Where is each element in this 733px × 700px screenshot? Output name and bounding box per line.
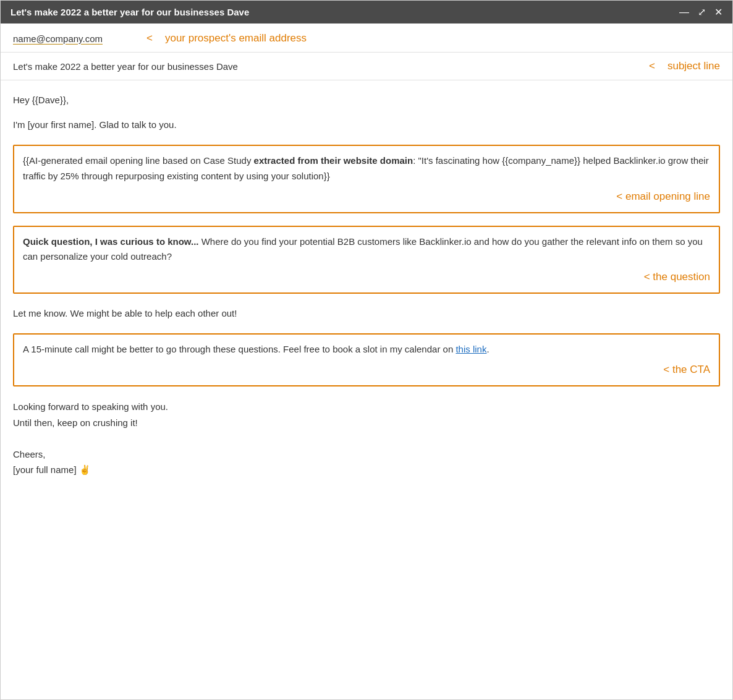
question-box: Quick question, I was curious to know...… bbox=[13, 226, 720, 294]
question-bold: Quick question, I was curious to know... bbox=[23, 236, 199, 247]
opening-line-label-text: email opening line bbox=[625, 190, 710, 202]
question-content: Quick question, I was curious to know...… bbox=[23, 234, 710, 265]
window-title: Let's make 2022 a better year for our bu… bbox=[11, 7, 249, 17]
closing-block: Looking forward to speaking with you. Un… bbox=[13, 399, 720, 478]
cta-text-after: . bbox=[486, 344, 489, 354]
email-body: Hey {{Dave}}, I'm [your first name]. Gla… bbox=[1, 80, 732, 490]
subject-label: subject line bbox=[667, 60, 720, 72]
greeting: Hey {{Dave}}, bbox=[13, 93, 720, 108]
title-bar: Let's make 2022 a better year for our bu… bbox=[1, 1, 732, 23]
question-label-text: the question bbox=[653, 271, 710, 283]
question-label: < the question bbox=[23, 268, 710, 285]
maximize-button[interactable]: ⤢ bbox=[698, 7, 706, 17]
cta-label-text: the CTA bbox=[672, 364, 710, 375]
opening-line-label: < email opening line bbox=[23, 188, 710, 205]
to-row: name@company.com < your prospect's email… bbox=[1, 23, 732, 53]
email-window: Let's make 2022 a better year for our bu… bbox=[0, 0, 733, 700]
to-label: your prospect's emaill address bbox=[165, 32, 307, 45]
cta-link[interactable]: this link bbox=[455, 344, 486, 354]
signature: [your full name] ✌️ bbox=[13, 462, 720, 478]
subject-chevron: < bbox=[649, 60, 655, 72]
transition-text: Let me know. We might be able to help ea… bbox=[13, 306, 720, 321]
to-chevron: < bbox=[146, 32, 153, 45]
email-content: name@company.com < your prospect's email… bbox=[1, 23, 732, 699]
sign-off: Cheers, bbox=[13, 446, 720, 463]
intro: I'm [your first name]. Glad to talk to y… bbox=[13, 117, 720, 132]
to-address[interactable]: name@company.com bbox=[13, 33, 137, 44]
window-controls: — ⤢ ✕ bbox=[679, 7, 722, 17]
closing-line2: Until then, keep on crushing it! bbox=[13, 415, 720, 431]
close-button[interactable]: ✕ bbox=[714, 7, 722, 17]
subject-row: Let's make 2022 a better year for our bu… bbox=[1, 53, 732, 80]
cta-label-chevron: < bbox=[663, 364, 669, 375]
question-label-chevron: < bbox=[644, 271, 650, 283]
subject-text[interactable]: Let's make 2022 a better year for our bu… bbox=[13, 61, 639, 72]
cta-box: A 15-minute call might be better to go t… bbox=[13, 333, 720, 386]
cta-text-before: A 15-minute call might be better to go t… bbox=[23, 344, 455, 354]
cta-content: A 15-minute call might be better to go t… bbox=[23, 342, 710, 357]
closing-line1: Looking forward to speaking with you. bbox=[13, 399, 720, 415]
opening-line-bold: extracted from their website domain bbox=[254, 155, 413, 166]
minimize-button[interactable]: — bbox=[679, 7, 689, 17]
cta-label: < the CTA bbox=[23, 361, 710, 378]
opening-line-label-chevron: < bbox=[616, 190, 622, 202]
opening-line-content: {{AI-generated email opening line based … bbox=[23, 153, 710, 184]
opening-line-box: {{AI-generated email opening line based … bbox=[13, 145, 720, 213]
